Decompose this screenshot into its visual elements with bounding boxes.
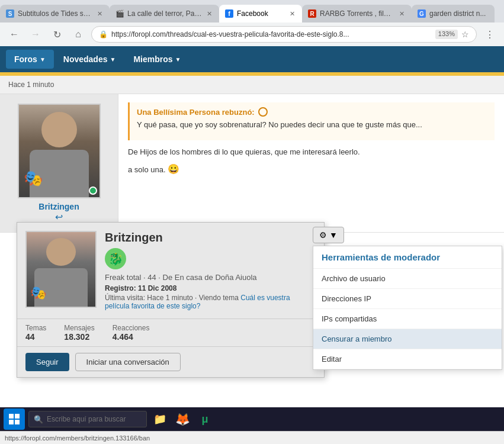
taskbar-search-box[interactable]: 🔍 <box>28 411 147 427</box>
quote-text: Y qué pasa, que yo soy sobrenatural? No … <box>137 119 487 131</box>
user-card: 🎭 Britzingen 🐉 Freak total · 44 · De En … <box>17 222 325 378</box>
post-timestamp: Hace 1 minuto <box>8 81 54 89</box>
taskbar-file-explorer[interactable]: 📁 <box>150 410 169 429</box>
url-bar[interactable]: 🔒 https://foropl.com/threads/cual-es-vue… <box>91 26 477 43</box>
file-explorer-icon: 📁 <box>153 413 166 426</box>
badge-emoji: 🐉 <box>108 252 123 266</box>
start-button[interactable] <box>4 408 25 430</box>
tab-close-3[interactable]: ✕ <box>288 9 296 19</box>
user-stats: Temas 44 Mensajes 18.302 Reacciones 4.46… <box>17 318 324 346</box>
bookmark-button[interactable]: ☆ <box>461 30 469 39</box>
post-avatar-col: 🎭 Britzingen ↩ <box>0 94 118 232</box>
tab-favicon-5: G <box>418 9 426 18</box>
quote-circle-icon <box>258 107 268 117</box>
quote-author-text: Una Bellísima Persona rebuznó: <box>137 108 255 117</box>
tab-title-4: RARBG Torrents , films... <box>320 9 394 18</box>
tab-close-4[interactable]: ✕ <box>398 9 406 19</box>
follow-button[interactable]: Seguir <box>25 353 69 371</box>
stat-temas-value: 44 <box>25 332 35 342</box>
tab-close-2[interactable]: ✕ <box>206 9 213 19</box>
user-badge-icon: 🐉 <box>105 248 126 269</box>
user-card-top: 🎭 Britzingen 🐉 Freak total · 44 · De En … <box>17 223 324 318</box>
gear-button[interactable]: ⚙ ▼ <box>313 227 344 243</box>
viendo-label: · Viendo tema <box>195 294 239 302</box>
stat-reacciones-value: 4.464 <box>113 332 133 342</box>
tab-calle[interactable]: 🎬 La calle del terror, Parte... ✕ <box>110 5 219 22</box>
firefox-icon: 🦊 <box>175 412 190 426</box>
stat-mensajes: Mensajes 18.302 <box>64 324 94 342</box>
stat-temas: Temas 44 <box>25 324 46 342</box>
mod-item-archivo[interactable]: Archivo de usuario <box>313 269 502 289</box>
visita-label: Última visita: <box>105 294 145 302</box>
post-header: Hace 1 minuto <box>0 76 504 94</box>
gear-icon: ⚙ <box>319 230 327 240</box>
status-url: https://foropl.com/members/britzingen.13… <box>5 435 150 442</box>
user-card-visit: Última visita: Hace 1 minuto · Viendo te… <box>105 294 316 310</box>
mod-item-ips-compartidas[interactable]: IPs compartidas <box>313 309 502 329</box>
post-row: 🎭 Britzingen ↩ Una Bellísima Persona reb… <box>0 94 504 233</box>
zoom-badge: 133% <box>435 30 458 39</box>
post-text-2-content: a solo una. <box>128 165 166 174</box>
post-text-1: De Hijos de los hombres di lo que quiera… <box>128 146 495 158</box>
nav-miembros[interactable]: Miembros ▼ <box>125 50 189 69</box>
user-card-registro: Registro: 11 Dic 2008 <box>105 284 316 292</box>
smiley-icon: 😀 <box>168 164 179 174</box>
mod-item-editar[interactable]: Editar <box>313 349 502 369</box>
nav-foros-label: Foros <box>14 54 37 64</box>
nav-novedades[interactable]: Novedades ▼ <box>55 50 124 69</box>
tab-title-3: Facebook <box>237 9 285 18</box>
message-button[interactable]: Iniciar una conversación <box>75 353 181 371</box>
extensions-button[interactable]: ⋮ <box>481 26 498 43</box>
forum-nav: Foros ▼ Novedades ▼ Miembros ▼ <box>0 46 504 72</box>
registro-label: Registro: <box>105 284 136 292</box>
quote-author: Una Bellísima Persona rebuznó: <box>137 107 487 117</box>
tab-subtitulos[interactable]: S Subtitulos de Tides sub... ✕ <box>0 5 110 22</box>
mod-dropdown-header: Herramientas de moderador <box>313 246 502 269</box>
post-username[interactable]: Britzingen <box>38 202 79 211</box>
svg-rect-3 <box>15 420 20 424</box>
foros-dropdown-icon: ▼ <box>40 56 46 63</box>
tab-title-2: La calle del terror, Parte... <box>127 9 202 18</box>
avatar-image: 🎭 <box>18 104 101 198</box>
mod-item-censurar[interactable]: Censurar a miembro <box>313 329 502 349</box>
taskbar-utorrent[interactable]: μ <box>195 410 214 429</box>
tab-favicon-2: 🎬 <box>115 9 124 18</box>
tab-garden[interactable]: G garden district n... <box>412 5 495 22</box>
url-icons: 133% ☆ <box>435 30 469 39</box>
svg-rect-0 <box>9 414 14 419</box>
nav-miembros-label: Miembros <box>133 54 172 64</box>
post-text-2: a solo una. 😀 <box>128 162 495 176</box>
user-card-info: Britzingen 🐉 Freak total · 44 · De En ca… <box>105 231 316 310</box>
nav-foros[interactable]: Foros ▼ <box>6 50 54 69</box>
registro-value: 11 Dic 2008 <box>138 284 176 292</box>
url-text: https://foropl.com/threads/cual-es-vuest… <box>111 30 349 38</box>
utorrent-icon: μ <box>201 413 208 426</box>
forward-button[interactable]: → <box>27 26 44 43</box>
tab-rarbg[interactable]: R RARBG Torrents , films... ✕ <box>302 5 412 22</box>
user-card-avatar: 🎭 <box>25 231 97 308</box>
taskbar-search-input[interactable] <box>47 415 136 423</box>
address-bar: ← → ↻ ⌂ 🔒 https://foropl.com/threads/cua… <box>0 22 504 46</box>
post-area: Hace 1 minuto 🎭 Britzingen ↩ Una Bel <box>0 76 504 233</box>
visita-value: Hace 1 minuto <box>147 294 192 302</box>
tab-bar: S Subtitulos de Tides sub... ✕ 🎬 La call… <box>0 0 504 22</box>
gear-arrow-icon: ▼ <box>329 230 338 240</box>
tab-title-5: garden district n... <box>429 9 489 18</box>
stat-mensajes-value: 18.302 <box>64 332 89 342</box>
svg-rect-1 <box>15 414 20 419</box>
back-button[interactable]: ← <box>6 26 23 43</box>
tab-facebook[interactable]: f Facebook ✕ <box>219 5 302 22</box>
refresh-button[interactable]: ↻ <box>49 26 65 43</box>
user-card-name: Britzingen <box>105 231 316 244</box>
taskbar-firefox[interactable]: 🦊 <box>173 410 192 429</box>
tab-close-1[interactable]: ✕ <box>96 9 104 19</box>
stat-temas-label: Temas <box>25 324 46 332</box>
home-button[interactable]: ⌂ <box>70 26 86 43</box>
user-arrow: ↩ <box>55 211 63 223</box>
miembros-dropdown-icon: ▼ <box>175 56 181 63</box>
post-content: Una Bellísima Persona rebuznó: Y qué pas… <box>118 94 504 232</box>
nav-novedades-label: Novedades <box>63 54 108 64</box>
mod-item-ips[interactable]: Direcciones IP <box>313 289 502 309</box>
novedades-dropdown-icon: ▼ <box>110 56 116 63</box>
stat-reacciones-label: Reacciones <box>113 324 150 332</box>
